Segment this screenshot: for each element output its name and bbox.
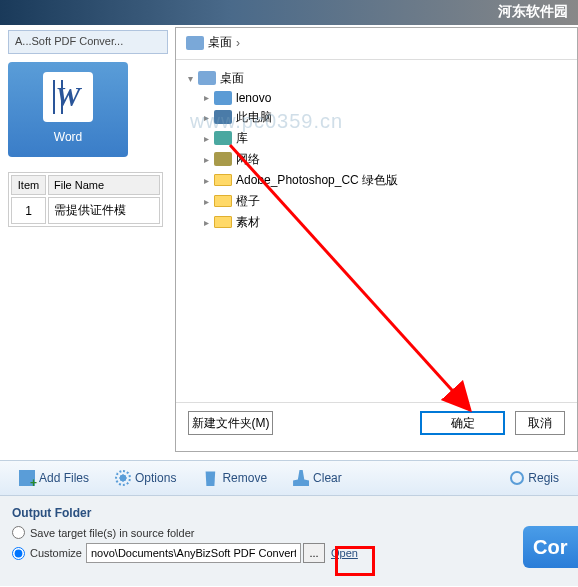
expander-icon[interactable]: ▸ bbox=[204, 112, 214, 123]
register-icon bbox=[510, 471, 524, 485]
path-label: 桌面 bbox=[208, 34, 232, 51]
tree-item[interactable]: ▸此电脑 bbox=[204, 107, 565, 128]
register-button[interactable]: Regis bbox=[499, 466, 570, 490]
output-path-input[interactable] bbox=[86, 543, 301, 563]
register-label: Regis bbox=[528, 471, 559, 485]
expander-icon[interactable]: ▸ bbox=[204, 154, 214, 165]
col-item[interactable]: Item bbox=[11, 175, 46, 195]
clear-label: Clear bbox=[313, 471, 342, 485]
options-label: Options bbox=[135, 471, 176, 485]
tree-label: Adobe_Photoshop_CC 绿色版 bbox=[236, 172, 398, 189]
expander-icon[interactable]: ▸ bbox=[204, 217, 214, 228]
broom-icon bbox=[293, 470, 309, 486]
expander-icon[interactable]: ▸ bbox=[204, 196, 214, 207]
convert-button[interactable]: Cor bbox=[523, 526, 578, 568]
banner: 河东软件园 bbox=[0, 0, 578, 25]
tree-label: 此电脑 bbox=[236, 109, 272, 126]
folder-tree: ▾ 桌面 ▸lenovo▸此电脑▸库▸网络▸Adobe_Photoshop_CC… bbox=[176, 60, 577, 400]
main-area: A...Soft PDF Conver... Word Item File Na… bbox=[0, 25, 578, 460]
tree-root[interactable]: ▾ 桌面 bbox=[188, 68, 565, 89]
radio-customize[interactable]: Customize ... Open bbox=[12, 543, 566, 563]
toolbar: Add Files Options Remove Clear Regis bbox=[0, 460, 578, 496]
open-link[interactable]: Open bbox=[331, 547, 358, 559]
radio-source-folder[interactable]: Save target file(s) in source folder bbox=[12, 526, 566, 539]
add-files-button[interactable]: Add Files bbox=[8, 465, 100, 491]
options-button[interactable]: Options bbox=[104, 465, 187, 491]
desktop-icon bbox=[186, 36, 204, 50]
tree-label: 桌面 bbox=[220, 70, 244, 87]
dialog-button-row: 新建文件夹(M) 确定 取消 bbox=[176, 402, 577, 443]
tree-label: 库 bbox=[236, 130, 248, 147]
tree-label: 网络 bbox=[236, 151, 260, 168]
folder-icon bbox=[214, 131, 232, 145]
desktop-icon bbox=[198, 71, 216, 85]
folder-icon bbox=[214, 110, 232, 124]
ok-button[interactable]: 确定 bbox=[420, 411, 505, 435]
cancel-button[interactable]: 取消 bbox=[515, 411, 565, 435]
folder-browse-dialog: 桌面 › ▾ 桌面 ▸lenovo▸此电脑▸库▸网络▸Adobe_Photosh… bbox=[175, 27, 578, 452]
chevron-right-icon: › bbox=[236, 36, 240, 50]
radio-source-label: Save target file(s) in source folder bbox=[30, 527, 194, 539]
output-title: Output Folder bbox=[12, 506, 566, 520]
app-title-bar: A...Soft PDF Conver... bbox=[8, 30, 168, 54]
clear-button[interactable]: Clear bbox=[282, 465, 353, 491]
expander-icon[interactable]: ▸ bbox=[204, 133, 214, 144]
table-row[interactable]: 1 需提供证件模 bbox=[11, 197, 160, 224]
col-filename[interactable]: File Name bbox=[48, 175, 160, 195]
table-header-row: Item File Name bbox=[11, 175, 160, 195]
expander-icon[interactable]: ▸ bbox=[204, 175, 214, 186]
expander-icon[interactable]: ▾ bbox=[188, 73, 198, 84]
radio-source-input[interactable] bbox=[12, 526, 25, 539]
add-label: Add Files bbox=[39, 471, 89, 485]
expander-icon[interactable]: ▸ bbox=[204, 92, 214, 103]
tree-item[interactable]: ▸素材 bbox=[204, 212, 565, 233]
output-folder-section: Output Folder Save target file(s) in sou… bbox=[0, 496, 578, 586]
folder-icon bbox=[214, 152, 232, 166]
new-folder-button[interactable]: 新建文件夹(M) bbox=[188, 411, 273, 435]
radio-custom-label: Customize bbox=[30, 547, 82, 559]
remove-button[interactable]: Remove bbox=[191, 465, 278, 491]
cell-filename: 需提供证件模 bbox=[48, 197, 160, 224]
file-list-table: Item File Name 1 需提供证件模 bbox=[8, 172, 163, 227]
tree-item[interactable]: ▸Adobe_Photoshop_CC 绿色版 bbox=[204, 170, 565, 191]
add-icon bbox=[19, 470, 35, 486]
dialog-path-bar: 桌面 › bbox=[176, 28, 577, 60]
cell-item: 1 bbox=[11, 197, 46, 224]
banner-text: 河东软件园 bbox=[498, 3, 568, 21]
trash-icon bbox=[202, 470, 218, 486]
left-panel: A...Soft PDF Conver... Word Item File Na… bbox=[8, 30, 168, 227]
tree-item[interactable]: ▸库 bbox=[204, 128, 565, 149]
remove-label: Remove bbox=[222, 471, 267, 485]
tree-label: lenovo bbox=[236, 91, 271, 105]
gear-icon bbox=[115, 470, 131, 486]
path-segment[interactable]: 桌面 › bbox=[186, 34, 244, 51]
tree-item[interactable]: ▸lenovo bbox=[204, 89, 565, 107]
tree-item[interactable]: ▸网络 bbox=[204, 149, 565, 170]
browse-button[interactable]: ... bbox=[303, 543, 325, 563]
tree-label: 橙子 bbox=[236, 193, 260, 210]
folder-icon bbox=[214, 216, 232, 228]
tree-item[interactable]: ▸橙子 bbox=[204, 191, 565, 212]
word-icon bbox=[43, 72, 93, 122]
radio-custom-input[interactable] bbox=[12, 547, 25, 560]
word-format-tile[interactable]: Word bbox=[8, 62, 128, 157]
folder-icon bbox=[214, 174, 232, 186]
folder-icon bbox=[214, 195, 232, 207]
word-label: Word bbox=[8, 130, 128, 144]
tree-label: 素材 bbox=[236, 214, 260, 231]
folder-icon bbox=[214, 91, 232, 105]
